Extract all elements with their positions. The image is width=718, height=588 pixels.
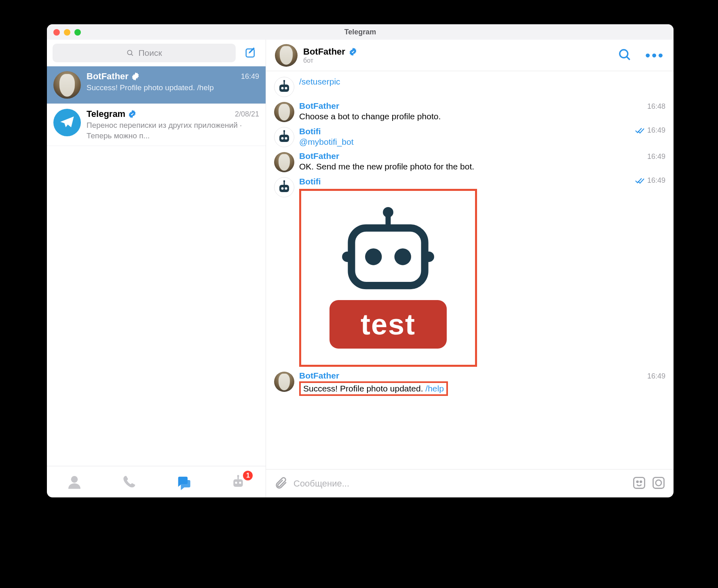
header-avatar[interactable] bbox=[275, 44, 298, 67]
verified-icon bbox=[131, 72, 140, 81]
app-window: Telegram Поиск bbox=[47, 24, 674, 497]
verified-icon bbox=[128, 110, 137, 118]
search-placeholder: Поиск bbox=[138, 48, 162, 58]
chat-name: BotFather bbox=[87, 71, 129, 82]
avatar bbox=[53, 71, 81, 99]
svg-rect-21 bbox=[279, 185, 289, 192]
message-input[interactable] bbox=[294, 478, 627, 489]
sticker-button[interactable] bbox=[632, 476, 646, 491]
chat-header: BotFather бот ••• bbox=[266, 40, 674, 71]
search-in-chat-button[interactable] bbox=[618, 48, 631, 63]
sender-name: BotFather bbox=[299, 101, 339, 111]
sidebar: Поиск BotFather bbox=[47, 40, 266, 497]
verified-icon bbox=[348, 47, 357, 56]
svg-line-1 bbox=[131, 54, 133, 56]
nav-chats[interactable] bbox=[171, 472, 196, 492]
mention-link[interactable]: @mybotifi_bot bbox=[299, 137, 354, 146]
bottom-nav: 1 bbox=[47, 466, 266, 497]
svg-point-37 bbox=[656, 480, 661, 485]
svg-rect-36 bbox=[653, 477, 664, 488]
sticker-icon bbox=[632, 476, 646, 490]
header-info[interactable]: BotFather бот bbox=[303, 47, 612, 64]
message: Botifi 16:49 @mybotifi_bot bbox=[274, 126, 665, 147]
chats-icon bbox=[175, 474, 192, 490]
svg-point-17 bbox=[281, 137, 284, 140]
help-command-link[interactable]: /help bbox=[425, 384, 444, 393]
svg-point-9 bbox=[620, 49, 628, 57]
svg-point-35 bbox=[640, 481, 642, 482]
svg-point-3 bbox=[71, 476, 78, 483]
message-time: 16:49 bbox=[647, 176, 665, 185]
composer bbox=[266, 469, 674, 497]
avatar bbox=[274, 127, 294, 147]
message-time: 16:49 bbox=[647, 372, 665, 381]
avatar bbox=[274, 77, 294, 97]
title-bar: Telegram bbox=[47, 24, 674, 40]
maximize-window-button[interactable] bbox=[74, 29, 81, 36]
compose-button[interactable] bbox=[241, 44, 260, 62]
svg-point-29 bbox=[365, 248, 382, 265]
chat-item-botfather[interactable]: BotFather 16:49 Success! Profile photo u… bbox=[47, 66, 266, 104]
telegram-icon bbox=[59, 114, 75, 131]
svg-point-31 bbox=[342, 252, 353, 262]
command-link[interactable]: /setuserpic bbox=[299, 77, 340, 86]
chat-name: Telegram bbox=[87, 109, 125, 119]
svg-point-20 bbox=[283, 130, 285, 132]
avatar bbox=[53, 109, 81, 136]
svg-rect-33 bbox=[634, 477, 645, 488]
attach-button[interactable] bbox=[274, 476, 288, 491]
svg-point-18 bbox=[285, 137, 287, 140]
read-ticks-icon bbox=[634, 177, 645, 184]
window-controls bbox=[53, 29, 81, 36]
message: Botifi 16:49 bbox=[274, 176, 665, 367]
phone-icon bbox=[121, 474, 137, 490]
window-title: Telegram bbox=[344, 28, 376, 36]
svg-point-12 bbox=[281, 87, 284, 89]
avatar bbox=[274, 177, 294, 197]
svg-rect-16 bbox=[279, 135, 289, 142]
chat-list: BotFather 16:49 Success! Profile photo u… bbox=[47, 66, 266, 466]
svg-point-15 bbox=[283, 80, 285, 82]
svg-rect-28 bbox=[351, 228, 424, 285]
header-subtitle: бот bbox=[303, 57, 612, 64]
svg-point-23 bbox=[285, 187, 287, 190]
message-time: 16:49 bbox=[647, 152, 665, 161]
message-text: Choose a bot to change profile photo. bbox=[299, 112, 665, 121]
chat-preview: Перенос переписки из других приложений ·… bbox=[87, 120, 259, 141]
more-button[interactable]: ••• bbox=[645, 47, 665, 63]
messages[interactable]: /setuserpic BotFather 16:48 Choose a bot… bbox=[266, 71, 674, 469]
close-window-button[interactable] bbox=[53, 29, 60, 36]
svg-point-30 bbox=[395, 248, 411, 265]
nav-bots[interactable]: 1 bbox=[226, 472, 250, 492]
svg-point-8 bbox=[237, 475, 239, 477]
minimize-window-button[interactable] bbox=[64, 29, 70, 36]
svg-line-10 bbox=[627, 56, 630, 59]
sender-name: BotFather bbox=[299, 151, 339, 161]
search-icon bbox=[126, 49, 134, 57]
chat-time: 2/08/21 bbox=[235, 110, 259, 118]
search-input[interactable]: Поиск bbox=[53, 44, 236, 62]
svg-point-34 bbox=[637, 481, 638, 482]
avatar bbox=[274, 372, 294, 392]
message-time: 16:48 bbox=[647, 102, 665, 111]
svg-point-13 bbox=[285, 87, 287, 89]
message-time: 16:49 bbox=[647, 126, 665, 135]
sender-name: Botifi bbox=[299, 127, 321, 136]
highlighted-message: Success! Profile photo updated. /help bbox=[299, 381, 448, 396]
svg-rect-4 bbox=[234, 479, 243, 486]
nav-contacts[interactable] bbox=[62, 472, 87, 492]
chat-time: 16:49 bbox=[241, 72, 259, 81]
avatar bbox=[274, 152, 294, 172]
nav-calls[interactable] bbox=[117, 472, 141, 492]
header-name: BotFather bbox=[303, 47, 345, 57]
paperclip-icon bbox=[274, 476, 288, 490]
message: BotFather 16:49 OK. Send me the new prof… bbox=[274, 151, 665, 172]
chat-item-telegram[interactable]: Telegram 2/08/21 Перенос переписки из др… bbox=[47, 104, 266, 146]
chat-preview: Success! Profile photo updated. /help bbox=[87, 82, 259, 93]
circle-icon bbox=[652, 476, 665, 490]
voice-button[interactable] bbox=[652, 476, 665, 491]
uploaded-photo[interactable]: test bbox=[299, 189, 477, 367]
sender-name: BotFather bbox=[299, 371, 339, 381]
svg-point-25 bbox=[283, 180, 285, 182]
svg-point-5 bbox=[235, 482, 237, 484]
